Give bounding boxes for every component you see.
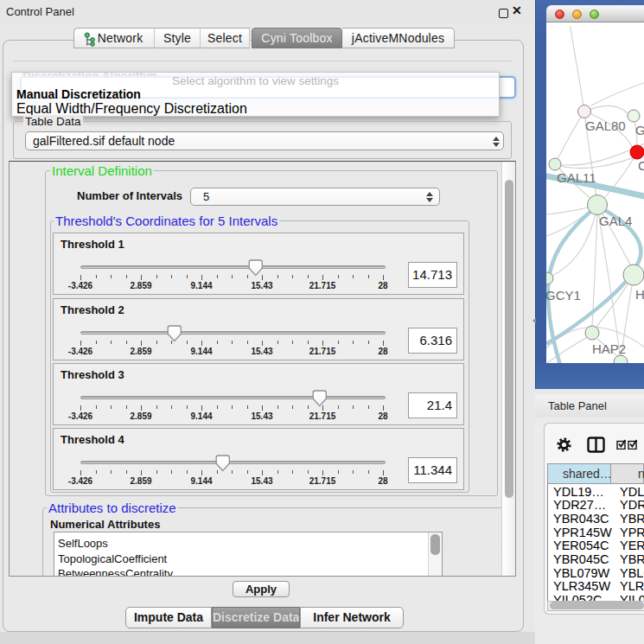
svg-text:GAL11: GAL11 [557, 170, 596, 185]
svg-text:H: H [635, 287, 644, 302]
svg-text:C: C [638, 158, 644, 173]
svg-text:G.: G. [635, 123, 644, 137]
svg-text:HAP2: HAP2 [592, 341, 626, 356]
svg-text:GAL4: GAL4 [599, 214, 632, 228]
svg-text:GAL80: GAL80 [585, 118, 626, 133]
svg-text:GCY1: GCY1 [546, 288, 581, 303]
